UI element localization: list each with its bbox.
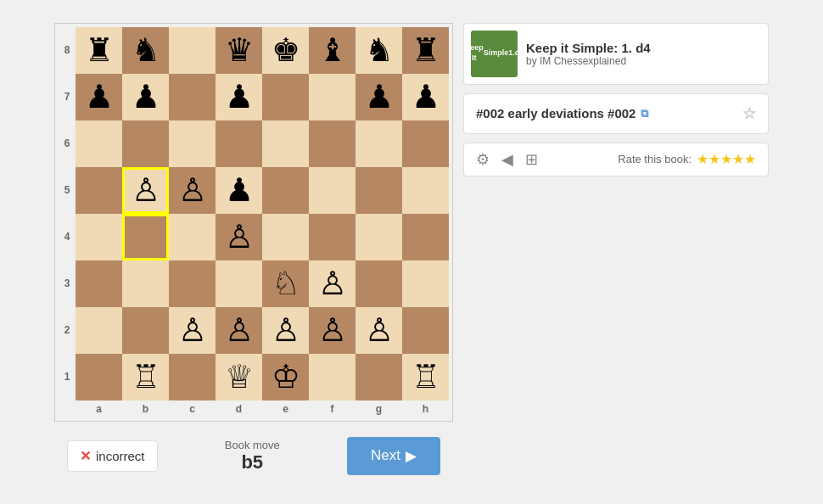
chess-board[interactable]: 8♜♞♛♚♝♞♜7♟♟♟♟♟65♙♙♟4♙3♘♙2♙♙♙♙♙1♖♕♔♖abcde…: [59, 27, 449, 417]
square-d5[interactable]: ♟: [216, 167, 262, 214]
square-g7[interactable]: ♟: [356, 74, 402, 120]
square-a3[interactable]: [76, 260, 122, 307]
gear-icon[interactable]: ⚙: [476, 150, 490, 169]
square-a8[interactable]: ♜: [76, 27, 122, 74]
chess-board-wrapper: 8♜♞♛♚♝♞♜7♟♟♟♟♟65♙♙♟4♙3♘♙2♙♙♙♙♙1♖♕♔♖abcde…: [54, 23, 453, 422]
square-f2[interactable]: ♙: [309, 307, 356, 354]
square-c5[interactable]: ♙: [169, 167, 216, 214]
square-f3[interactable]: ♙: [309, 260, 356, 307]
square-b3[interactable]: [122, 260, 169, 307]
bookmark-icon[interactable]: ☆: [742, 104, 756, 123]
square-h8[interactable]: ♜: [402, 27, 449, 74]
square-b5[interactable]: ♙: [122, 167, 169, 214]
book-move-section: Book move b5: [225, 439, 280, 473]
square-d1[interactable]: ♕: [216, 354, 262, 400]
square-a4[interactable]: [76, 214, 122, 260]
square-f4[interactable]: [309, 214, 356, 260]
square-b7[interactable]: ♟: [122, 74, 169, 120]
square-a5[interactable]: [76, 167, 122, 214]
stars[interactable]: ★★★★★: [697, 151, 756, 167]
square-h1[interactable]: ♖: [402, 354, 449, 400]
book-header: Keep It Simple 1.d4 Keep it Simple: 1. d…: [463, 23, 769, 85]
square-c1[interactable]: [169, 354, 216, 400]
square-b8[interactable]: ♞: [122, 27, 169, 74]
square-g4[interactable]: [356, 214, 402, 260]
chess-section: 8♜♞♛♚♝♞♜7♟♟♟♟♟65♙♙♟4♙3♘♙2♙♙♙♙♙1♖♕♔♖abcde…: [54, 23, 453, 482]
incorrect-label: incorrect: [96, 449, 145, 463]
file-label-h: h: [402, 400, 449, 417]
external-link-icon[interactable]: ⧉: [641, 107, 648, 120]
square-g6[interactable]: [356, 120, 402, 167]
next-arrow: ▶: [406, 447, 417, 465]
puzzle-title-label: #002 early deviations #002: [476, 106, 635, 120]
puzzle-title: #002 early deviations #002 ⧉ ☆: [476, 104, 756, 123]
square-b1[interactable]: ♖: [122, 354, 169, 400]
square-g3[interactable]: [356, 260, 402, 307]
square-a7[interactable]: ♟: [76, 74, 122, 120]
square-c2[interactable]: ♙: [169, 307, 216, 354]
square-c6[interactable]: [169, 120, 216, 167]
next-label: Next: [371, 447, 400, 464]
next-button[interactable]: Next ▶: [347, 437, 440, 475]
incorrect-button[interactable]: ✕ incorrect: [67, 440, 158, 472]
square-d6[interactable]: [216, 120, 262, 167]
square-c4[interactable]: [169, 214, 216, 260]
toolbar: ⚙ ◀ ⊞ Rate this book: ★★★★★: [463, 143, 769, 176]
square-a1[interactable]: [76, 354, 122, 400]
square-g5[interactable]: [356, 167, 402, 214]
square-h4[interactable]: [402, 214, 449, 260]
book-title: Keep it Simple: 1. d4: [526, 41, 651, 55]
square-g8[interactable]: ♞: [356, 27, 402, 74]
square-c8[interactable]: [169, 27, 216, 74]
rank-label: 4: [59, 214, 76, 260]
square-f8[interactable]: ♝: [309, 27, 356, 74]
square-f5[interactable]: [309, 167, 356, 214]
file-label-g: g: [356, 400, 402, 417]
square-d2[interactable]: ♙: [216, 307, 262, 354]
square-e8[interactable]: ♚: [262, 27, 309, 74]
square-h7[interactable]: ♟: [402, 74, 449, 120]
square-e2[interactable]: ♙: [262, 307, 309, 354]
square-c3[interactable]: [169, 260, 216, 307]
rank-label: 6: [59, 120, 76, 167]
board-icon[interactable]: ⊞: [525, 150, 538, 169]
square-b2[interactable]: [122, 307, 169, 354]
rate-section: Rate this book: ★★★★★: [618, 151, 756, 167]
square-c7[interactable]: [169, 74, 216, 120]
book-author: by IM Chessexplained: [526, 55, 651, 67]
square-e6[interactable]: [262, 120, 309, 167]
square-h5[interactable]: [402, 167, 449, 214]
square-d8[interactable]: ♛: [216, 27, 262, 74]
square-e4[interactable]: [262, 214, 309, 260]
book-cover: Keep It Simple 1.d4: [471, 31, 518, 77]
square-a6[interactable]: [76, 120, 122, 167]
file-label-d: d: [216, 400, 262, 417]
square-d3[interactable]: [216, 260, 262, 307]
square-h2[interactable]: [402, 307, 449, 354]
square-f7[interactable]: [309, 74, 356, 120]
square-h6[interactable]: [402, 120, 449, 167]
square-e7[interactable]: [262, 74, 309, 120]
square-b6[interactable]: [122, 120, 169, 167]
square-f1[interactable]: [309, 354, 356, 400]
puzzle-section: #002 early deviations #002 ⧉ ☆: [463, 93, 769, 134]
puzzle-title-text: #002 early deviations #002 ⧉: [476, 106, 648, 120]
book-move-value: b5: [241, 451, 263, 473]
square-b4[interactable]: [122, 214, 169, 260]
square-e3[interactable]: ♘: [262, 260, 309, 307]
book-move-label: Book move: [225, 439, 280, 451]
square-g1[interactable]: [356, 354, 402, 400]
square-g2[interactable]: ♙: [356, 307, 402, 354]
square-h3[interactable]: [402, 260, 449, 307]
square-e1[interactable]: ♔: [262, 354, 309, 400]
right-panel: Keep It Simple 1.d4 Keep it Simple: 1. d…: [463, 23, 769, 176]
file-label-f: f: [309, 400, 356, 417]
square-f6[interactable]: [309, 120, 356, 167]
square-d4[interactable]: ♙: [216, 214, 262, 260]
square-a2[interactable]: [76, 307, 122, 354]
speaker-icon[interactable]: ◀: [501, 150, 513, 169]
square-e5[interactable]: [262, 167, 309, 214]
file-label-a: a: [76, 400, 122, 417]
file-label-c: c: [169, 400, 216, 417]
square-d7[interactable]: ♟: [216, 74, 262, 120]
